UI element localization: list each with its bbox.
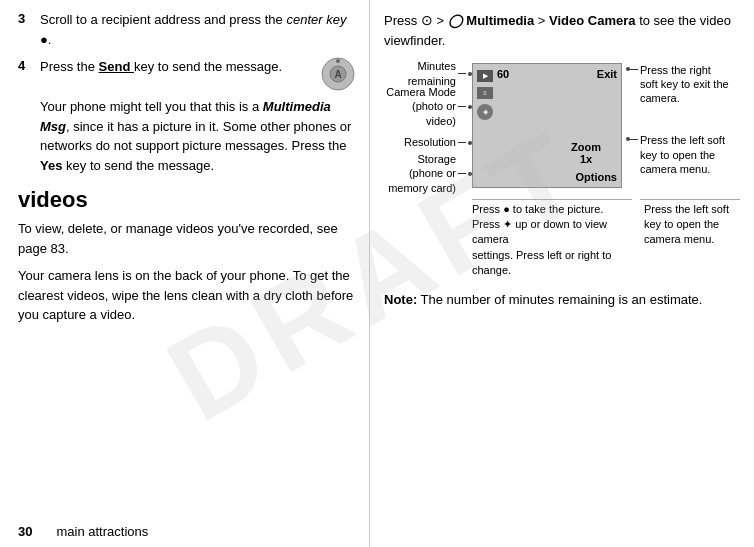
left-column: 3 Scroll to a recipient address and pres… [0,0,370,547]
right-exit-text: Press the rightsoft key to exit thecamer… [640,63,729,106]
step-4-main-row: Press the Send key to send the message. … [40,57,355,91]
left-labels: Minutesremaining Camera Mode(photo orvid… [384,63,472,189]
vf-icon-res: ≡ [477,87,493,99]
svg-text:A: A [334,69,341,80]
section-body-2-bold: To get the clearest videos, wipe the len… [18,268,353,322]
vf-minutes-value: 60 [497,68,509,80]
send-icon: A [321,57,355,91]
bottom-labels: Press ● to take the picture. Press ✦ up … [472,199,740,279]
vf-icon-storage: ◈ [477,104,493,120]
page-footer: 30 main attractions [18,524,148,539]
vf-zoom-label: Zoom 1x [571,141,601,165]
vf-icon-camera: ▶ [477,70,493,82]
page-label: main attractions [56,524,148,539]
step-3-content: Scroll to a recipient address and press … [40,10,355,49]
intro-text: Press ⊙ > ◯ Multimedia > Video Camera to… [384,10,740,51]
step-4-content: Press the Send key to send the message. … [40,57,355,175]
label-resolution: Resolution [404,135,456,149]
right-column: Press ⊙ > ◯ Multimedia > Video Camera to… [370,0,754,547]
note: Note: The number of minutes remaining is… [384,290,740,310]
page: 3 Scroll to a recipient address and pres… [0,0,754,547]
intro-video-camera: Video Camera [549,13,635,28]
right-exit-line [630,69,638,70]
note-body: The number of minutes remaining is an es… [421,292,703,307]
step-4-send-key: Send [99,59,134,74]
step-4-after: key to send the message. [134,59,282,74]
vf-icons-left: ▶ ≡ ◈ [477,70,493,120]
label-right-menu: Press the left softkey to open thecamera… [626,133,729,176]
right-menu-text: Press the left softkey to open thecamera… [640,133,725,176]
storage-line [458,173,466,174]
step-4-para1: Your phone might tell you that this is a… [40,97,355,175]
viewfinder-box: ▶ ≡ ◈ 60 Exit Zoom 1x [472,63,622,188]
section-body-1: To view, delete, or manage videos you've… [18,219,355,258]
right-menu-line [630,139,638,140]
resolution-line [458,142,466,143]
bottom-label-right: Press the left softkey to open thecamera… [640,199,740,279]
vf-exit-button[interactable]: Exit [597,68,617,80]
label-storage: Storage(phone ormemory card) [388,152,456,195]
step-4-press: Press the [40,59,95,74]
step-4: 4 Press the Send key to send the message… [18,57,355,175]
camera-mode-line [458,106,466,107]
note-label: Note: [384,292,417,307]
label-camera-mode: Camera Mode(photo orvideo) [386,85,456,128]
step-3-text-before: Scroll to a recipient address and press … [40,12,283,27]
right-labels: Press the rightsoft key to exit thecamer… [622,63,729,181]
step-3-number: 3 [18,10,34,49]
vf-options-button[interactable]: Options [575,171,617,183]
viewfinder-section: Minutesremaining Camera Mode(photo orvid… [384,63,740,189]
page-number: 30 [18,524,32,539]
section-title-videos: videos [18,187,355,213]
svg-point-3 [336,59,340,63]
step-3-period: . [48,32,52,47]
step-3: 3 Scroll to a recipient address and pres… [18,10,355,49]
section-body-2: Your camera lens is on the back of your … [18,266,355,325]
intro-multimedia: Multimedia [466,13,534,28]
step-4-number: 4 [18,57,34,175]
label-minutes: Minutesremaining [408,59,456,88]
bottom-label-center: Press ● to take the picture. Press ✦ up … [472,199,632,279]
label-right-exit: Press the rightsoft key to exit thecamer… [626,63,729,106]
minutes-line [458,73,466,74]
